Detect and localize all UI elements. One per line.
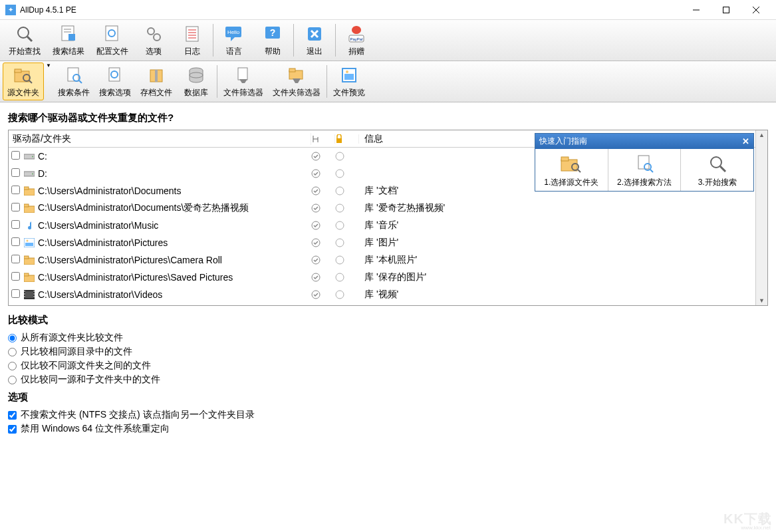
document-search-icon (632, 152, 656, 176)
row-checkbox[interactable] (11, 186, 20, 194)
row-checkbox[interactable] (11, 237, 20, 246)
lock-radio-icon[interactable] (335, 221, 359, 230)
guide-step-3[interactable]: 3.开始搜索 (681, 149, 753, 191)
checkbox-input[interactable] (8, 425, 17, 434)
table-row[interactable]: C:\Users\Administrator\Pictures\Camera R… (9, 251, 767, 269)
row-checkbox[interactable] (11, 220, 20, 229)
table-row[interactable]: C:\Users\Administrator\Pictures\Saved Pi… (9, 269, 767, 286)
svg-line-97 (720, 166, 725, 172)
option-checkbox-row[interactable]: 禁用 Windows 64 位文件系统重定向 (8, 423, 768, 435)
svg-rect-1 (723, 7, 729, 13)
quick-guide-panel: 快速入门指南 ✕ 1.选择源文件夹 2.选择搜索方法 3.开始搜索 (535, 133, 754, 192)
maximize-button[interactable] (711, 0, 741, 20)
page-title: 搜索哪个驱动器或文件夹重复的文件? (8, 112, 768, 124)
checkbox-input[interactable] (8, 411, 17, 420)
gear-doc-icon (104, 65, 126, 86)
folder-filter-tab[interactable]: 文件夹筛选器 (268, 63, 325, 100)
option-checkbox-row[interactable]: 不搜索文件夹 (NTFS 交接点) 该点指向另一个文件夹目录 (8, 409, 768, 421)
search-criteria-tab[interactable]: 搜索条件 (53, 63, 94, 100)
recurse-check-icon[interactable] (311, 290, 335, 299)
database-tab[interactable]: 数据库 (177, 63, 215, 100)
row-checkbox[interactable] (11, 289, 20, 298)
archive-files-tab[interactable]: 存档文件 (136, 63, 177, 100)
config-file-button[interactable]: 配置文件 (90, 21, 134, 59)
search-options-tab[interactable]: 搜索选项 (94, 63, 136, 100)
lock-radio-icon[interactable] (335, 238, 359, 247)
radio-input[interactable] (8, 348, 17, 356)
svg-point-74 (336, 256, 344, 264)
row-checkbox[interactable] (11, 151, 20, 160)
row-checkbox[interactable] (11, 168, 20, 177)
lock-radio-icon[interactable] (335, 169, 359, 178)
svg-line-31 (29, 80, 32, 83)
table-row[interactable]: C:\Users\Administrator\Videos库 '视频' (9, 286, 767, 303)
row-checkbox[interactable] (11, 272, 20, 281)
svg-point-96 (711, 157, 721, 168)
exit-button[interactable]: 退出 (295, 21, 334, 59)
file-filter-tab[interactable]: 文件筛选器 (219, 63, 268, 100)
radio-input[interactable] (8, 362, 17, 370)
compare-heading: 比较模式 (8, 314, 768, 327)
svg-point-63 (336, 204, 344, 212)
row-path: C:\Users\Administrator\Pictures\Saved Pi… (35, 272, 311, 283)
options-button[interactable]: 选项 (134, 21, 173, 59)
table-row[interactable]: C:\Users\Administrator\Documents\爱奇艺热播视频… (9, 200, 767, 217)
svg-rect-41 (238, 68, 247, 80)
help-button[interactable]: ? 帮助 (253, 21, 292, 59)
recurse-check-icon[interactable] (311, 238, 335, 247)
start-search-button[interactable]: 开始查找 (3, 21, 47, 59)
recurse-check-icon[interactable] (311, 203, 335, 213)
recurse-check-icon[interactable] (311, 221, 335, 230)
recurse-check-icon[interactable] (311, 152, 335, 161)
table-row[interactable]: C:\Users\Administrator\Music库 '音乐' (9, 217, 767, 234)
svg-rect-10 (106, 26, 118, 41)
file-preview-tab[interactable]: 文件预览 (328, 63, 370, 100)
minimize-button[interactable] (681, 0, 711, 20)
row-info: 库 '音乐' (359, 219, 767, 231)
lock-radio-icon[interactable] (335, 203, 359, 213)
search-results-button[interactable]: 搜索结果 (47, 21, 90, 59)
compare-option[interactable]: 仅比较同一源和子文件夹中的文件 (8, 374, 768, 386)
column-lock[interactable] (335, 134, 359, 144)
table-row[interactable]: C:\Users\Administrator\Pictures库 '图片' (9, 234, 767, 251)
scrollbar[interactable]: ▲▼ (755, 130, 767, 305)
svg-rect-7 (68, 34, 75, 41)
donate-button[interactable]: PayPal 捐赠 (337, 21, 376, 59)
recurse-check-icon[interactable] (311, 169, 335, 178)
lock-radio-icon[interactable] (335, 186, 359, 196)
svg-rect-38 (155, 70, 158, 82)
row-path: C:\Users\Administrator\Pictures (35, 237, 311, 248)
row-checkbox[interactable] (11, 203, 20, 211)
log-button[interactable]: 日志 (173, 21, 211, 59)
language-button[interactable]: Hello 语言 (215, 21, 253, 59)
radio-input[interactable] (8, 376, 17, 384)
radio-input[interactable] (8, 334, 17, 342)
guide-step-1[interactable]: 1.选择源文件夹 (535, 149, 608, 191)
lock-radio-icon[interactable] (335, 290, 359, 299)
compare-option[interactable]: 只比较相同源目录中的文件 (8, 346, 768, 358)
compare-option[interactable]: 从所有源文件夹比较文件 (8, 332, 768, 344)
recurse-check-icon[interactable] (311, 255, 335, 265)
svg-text:?: ? (270, 27, 276, 38)
chevron-down-icon[interactable]: ▼ (44, 63, 53, 100)
lock-radio-icon[interactable] (335, 273, 359, 282)
music-icon (23, 220, 35, 231)
column-recurse[interactable] (311, 134, 335, 144)
recurse-check-icon[interactable] (311, 273, 335, 282)
row-path: C:\Users\Administrator\Music (35, 220, 311, 231)
folder-icon (23, 203, 35, 213)
column-path[interactable]: 驱动器/文件夹 (9, 133, 311, 145)
lock-radio-icon[interactable] (335, 255, 359, 265)
svg-point-70 (336, 239, 344, 247)
lock-radio-icon[interactable] (335, 152, 359, 161)
row-checkbox[interactable] (11, 255, 20, 263)
config-icon (102, 23, 123, 45)
guide-step-2[interactable]: 2.选择搜索方法 (608, 149, 682, 191)
compare-option[interactable]: 仅比较不同源文件夹之间的文件 (8, 360, 768, 372)
recurse-check-icon[interactable] (311, 186, 335, 196)
close-icon[interactable]: ✕ (742, 136, 749, 146)
svg-rect-61 (24, 204, 29, 207)
svg-rect-47 (336, 138, 342, 143)
source-folders-tab[interactable]: 源文件夹 (3, 63, 44, 100)
close-button[interactable] (741, 0, 771, 20)
